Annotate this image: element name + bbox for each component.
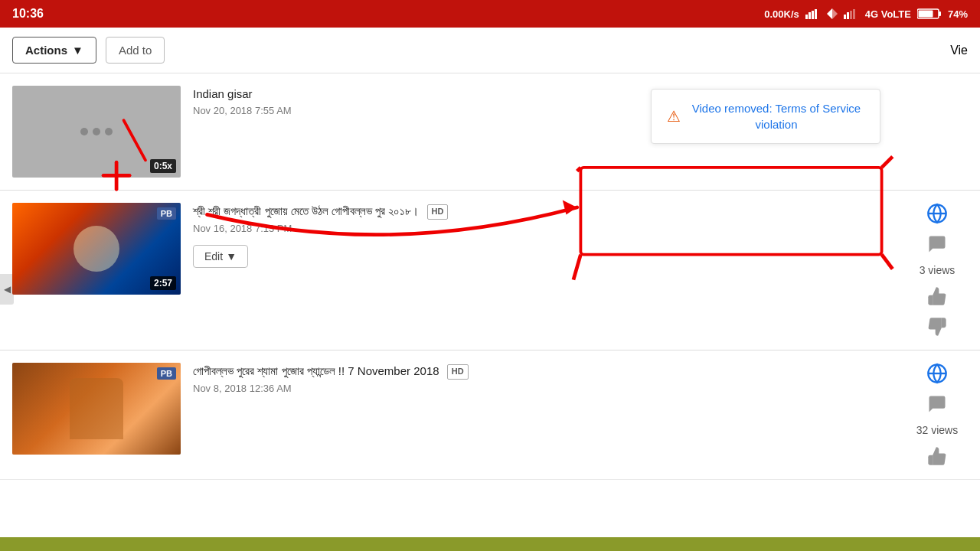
views-3: 32 views [916, 424, 958, 436]
thumbup-icon-3 [926, 445, 948, 467]
svg-rect-2 [812, 11, 814, 19]
thumb-badge-2: PB [157, 207, 176, 220]
notification-box: ⚠ Video removed: Terms of Service violat… [651, 89, 880, 144]
notification-text: Video removed: Terms of Service violatio… [688, 100, 864, 132]
status-bar: 10:36 0.00K/s 4G VoLTE 74% [0, 0, 980, 28]
video-info-2: শ্রী শ্রী জগদ্ধাত্রী পুজোয় মেতে উঠল গোপ… [193, 203, 894, 268]
thumbup-icon-2 [926, 285, 948, 307]
toolbar: Actions ▼ Add to Vie [0, 28, 980, 73]
svg-rect-7 [847, 12, 849, 19]
video-list: 0:5x Indian gisar Nov 20, 2018 7:55 AM ⚠… [0, 73, 980, 480]
signal-icon [805, 8, 821, 19]
svg-rect-6 [844, 15, 846, 19]
video-title-2: শ্রী শ্রী জগদ্ধাত্রী পুজোয় মেতে উঠল গোপ… [193, 203, 894, 220]
view-label: Vie [950, 44, 968, 57]
svg-marker-4 [832, 8, 838, 19]
views-2: 3 views [920, 264, 956, 276]
network-speed: 0.00K/s [764, 8, 799, 20]
svg-rect-9 [853, 9, 855, 19]
status-time: 10:36 [12, 7, 44, 21]
thumb-temple [70, 378, 123, 439]
video-right-2: 3 views [906, 203, 968, 337]
video-item-1: 0:5x Indian gisar Nov 20, 2018 7:55 AM ⚠… [0, 73, 980, 191]
globe-icon-2 [926, 203, 948, 224]
thumbnail-3[interactable]: PB [12, 363, 181, 455]
actions-label: Actions [25, 44, 67, 57]
network-type: 4G VoLTE [865, 8, 911, 20]
edit-label: Edit [204, 250, 223, 262]
dot-1 [80, 128, 88, 135]
svg-rect-8 [850, 11, 852, 19]
video-info-3: গোপীবল্লভ পুরের শ্যামা পুজোর প্যান্ডেল !… [193, 363, 894, 400]
add-to-button[interactable]: Add to [106, 37, 165, 64]
thumbdown-icon-2 [926, 316, 948, 337]
hd-badge-2: HD [427, 204, 449, 219]
edit-button-2[interactable]: Edit ▼ [193, 245, 248, 268]
thumbnail-1[interactable]: 0:5x [12, 86, 181, 178]
dot-2 [93, 128, 100, 135]
thumb-image-3 [12, 363, 181, 455]
svg-marker-5 [827, 8, 832, 19]
thumbnail-2[interactable]: PB 2:57 [12, 203, 181, 295]
actions-button[interactable]: Actions ▼ [12, 37, 96, 64]
svg-rect-12 [918, 11, 933, 18]
video-date-3: Nov 8, 2018 12:36 AM [193, 383, 894, 394]
signal2-icon [844, 8, 859, 19]
bottom-bar [0, 537, 980, 551]
video-date-2: Nov 16, 2018 7:13 PM [193, 223, 894, 234]
thumb-glow [74, 226, 119, 272]
video-title-3: গোপীবল্লভ পুরের শ্যামা পুজোর প্যান্ডেল !… [193, 363, 894, 380]
video-item-3: PB গোপীবল্লভ পুরের শ্যামা পুজোর প্যান্ডে… [0, 350, 980, 480]
status-right-icons: 0.00K/s 4G VoLTE 74% [764, 8, 968, 20]
thumb-content-3 [12, 363, 181, 455]
svg-rect-1 [808, 12, 811, 19]
hd-badge-3: HD [447, 364, 469, 379]
edit-dropdown-icon: ▼ [226, 250, 237, 262]
battery-icon [917, 8, 942, 19]
globe-icon-3 [926, 363, 948, 384]
thumb-badge-3: PB [157, 367, 176, 380]
svg-rect-0 [805, 15, 808, 19]
view-button[interactable]: Vie [950, 44, 968, 57]
warning-icon: ⚠ [667, 107, 681, 126]
video-right-3: 32 views [906, 363, 968, 467]
svg-rect-3 [815, 9, 817, 19]
duration-1: 0:5x [150, 159, 176, 173]
comment-icon-3 [926, 393, 948, 415]
dot-3 [105, 128, 113, 135]
comment-icon-2 [926, 233, 948, 255]
video-item-2: PB 2:57 শ্রী শ্রী জগদ্ধাত্রী পুজোয় মেতে… [0, 191, 980, 350]
dropdown-arrow-icon: ▼ [72, 44, 83, 57]
svg-rect-11 [939, 11, 941, 16]
add-to-label: Add to [119, 44, 152, 57]
duration-2: 2:57 [150, 276, 176, 290]
thumb-dots [80, 128, 113, 135]
battery-percent: 74% [948, 8, 968, 20]
lte-icon [827, 8, 838, 19]
